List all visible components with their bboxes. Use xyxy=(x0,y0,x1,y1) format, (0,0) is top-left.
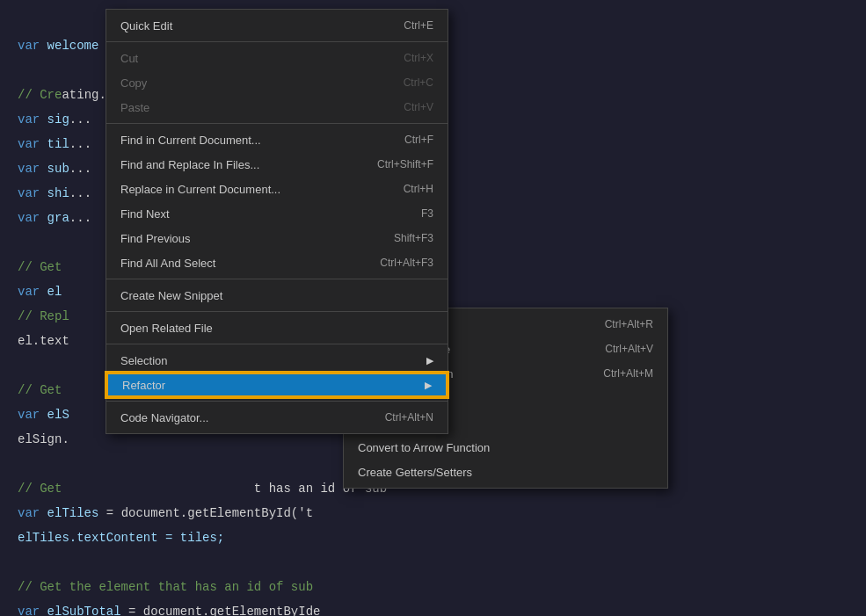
menu-item-refactor[interactable]: Refactor ▶ xyxy=(106,373,448,397)
menu-item-find-current[interactable]: Find in Current Document... Ctrl+F xyxy=(106,127,448,152)
context-menu-wrapper: Quick Edit Ctrl+E Cut Ctrl+X Copy Ctrl+C… xyxy=(106,9,448,434)
submenu-item-getters-setters[interactable]: Create Getters/Setters xyxy=(344,460,667,484)
submenu-arrow-selection: ▶ xyxy=(426,355,433,366)
submenu-item-convert-arrow[interactable]: Convert to Arrow Function xyxy=(344,435,667,460)
menu-item-find-prev[interactable]: Find Previous Shift+F3 xyxy=(106,226,448,250)
menu-divider xyxy=(106,41,448,42)
menu-item-create-snippet[interactable]: Create New Snippet xyxy=(106,283,448,308)
menu-divider-2 xyxy=(106,123,448,124)
menu-item-find-replace-files[interactable]: Find and Replace In Files... Ctrl+Shift+… xyxy=(106,152,448,177)
menu-divider-6 xyxy=(106,401,448,402)
menu-item-replace-current[interactable]: Replace in Current Document... Ctrl+H xyxy=(106,177,448,201)
menu-item-find-next[interactable]: Find Next F3 xyxy=(106,201,448,226)
context-menu[interactable]: Quick Edit Ctrl+E Cut Ctrl+X Copy Ctrl+C… xyxy=(106,9,448,434)
menu-divider-5 xyxy=(106,344,448,344)
menu-item-paste[interactable]: Paste Ctrl+V xyxy=(106,95,448,120)
menu-divider-3 xyxy=(106,279,448,279)
menu-divider-4 xyxy=(106,311,448,312)
menu-item-find-all-select[interactable]: Find All And Select Ctrl+Alt+F3 xyxy=(106,250,448,275)
menu-item-cut[interactable]: Cut Ctrl+X xyxy=(106,46,448,70)
submenu-arrow-refactor: ▶ xyxy=(425,380,432,391)
menu-item-copy[interactable]: Copy Ctrl+C xyxy=(106,70,448,95)
menu-item-open-related[interactable]: Open Related File xyxy=(106,315,448,340)
menu-item-code-navigator[interactable]: Code Navigator... Ctrl+Alt+N xyxy=(106,405,448,430)
menu-item-quick-edit[interactable]: Quick Edit Ctrl+E xyxy=(106,13,448,38)
menu-item-selection[interactable]: Selection ▶ xyxy=(106,348,448,373)
